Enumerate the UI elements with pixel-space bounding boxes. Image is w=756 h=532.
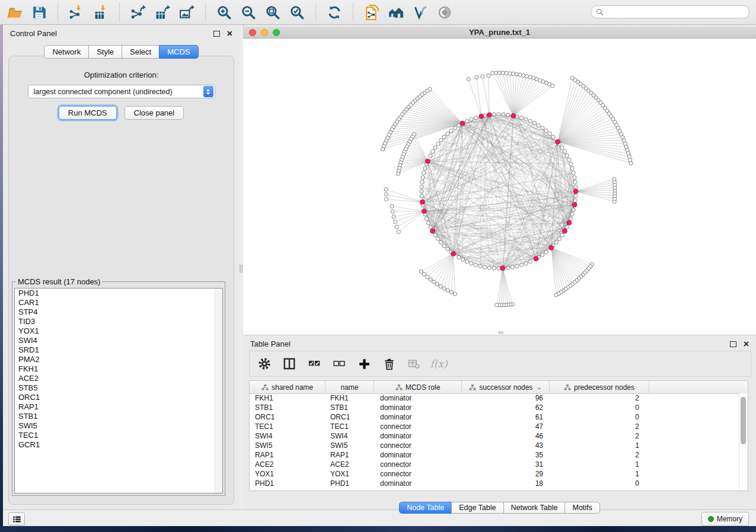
cell-MCDS-role[interactable]: dominator [374,479,462,488]
cell-successor-nodes[interactable]: 46 [462,432,550,440]
zoom-in-icon[interactable] [216,4,232,21]
cell-predecessor-nodes[interactable]: 0 [550,479,649,488]
network-node[interactable] [397,172,400,175]
network-node[interactable] [449,129,453,133]
network-node[interactable] [483,265,487,269]
float-panel-icon[interactable] [213,31,220,37]
tab-select[interactable]: Select [122,45,160,59]
network-node[interactable] [501,71,505,75]
network-node[interactable] [431,150,435,153]
network-node[interactable] [422,171,426,175]
network-node[interactable] [465,119,469,123]
cell-shared-name[interactable]: SWI5 [250,441,326,450]
search-input[interactable] [591,5,749,18]
cell-predecessor-nodes[interactable]: 2 [550,422,649,431]
network-node[interactable] [474,263,477,267]
network-node[interactable] [525,75,528,78]
horizontal-splitter[interactable] [243,331,756,335]
network-node[interactable] [573,180,577,184]
network-node[interactable] [426,221,430,225]
network-node[interactable] [554,293,558,297]
network-node[interactable] [422,273,426,276]
mcds-result-item[interactable]: SRD1 [15,345,222,355]
network-node[interactable] [570,213,574,216]
cell-successor-nodes[interactable]: 43 [462,441,550,450]
network-node[interactable] [518,73,522,76]
network-node[interactable] [541,253,544,257]
open-file-icon[interactable] [7,4,23,21]
network-node[interactable] [384,197,388,201]
network-node[interactable] [492,113,496,116]
network-node[interactable] [528,119,532,123]
network-node[interactable] [548,132,551,136]
network-node[interactable] [470,117,473,121]
cell-shared-name[interactable]: FKH1 [250,394,326,402]
network-canvas[interactable] [243,39,756,331]
settings-icon[interactable] [257,356,272,371]
save-icon[interactable] [31,4,47,21]
mcds-list-scrollbar[interactable] [215,289,222,493]
network-node[interactable] [392,215,395,219]
network-node[interactable] [613,177,616,181]
cell-MCDS-role[interactable]: connector [374,460,462,469]
network-node[interactable] [565,154,569,158]
cell-name[interactable]: YOX1 [326,470,374,478]
network-node[interactable] [474,116,477,120]
network-node[interactable] [497,267,500,270]
network-node[interactable] [439,139,443,142]
network-node[interactable] [397,230,400,233]
cell-name[interactable]: FKH1 [326,394,374,402]
network-node[interactable] [453,126,457,130]
mcds-result-item[interactable]: CAR1 [15,298,222,307]
cell-successor-nodes[interactable]: 96 [462,394,550,402]
table-row[interactable]: SWI5SWI5connector431 [250,441,739,450]
network-node[interactable] [470,262,473,265]
network-node[interactable] [505,71,508,75]
network-node[interactable] [551,135,555,139]
mcds-result-item[interactable]: TID3 [15,317,222,326]
cell-successor-nodes[interactable]: 18 [462,479,550,488]
mcds-node[interactable] [500,266,505,271]
network-node[interactable] [541,126,544,130]
run-mcds-button[interactable]: Run MCDS [59,106,117,120]
network-node[interactable] [560,233,564,237]
cell-predecessor-nodes[interactable]: 1 [550,470,649,478]
network-node[interactable] [554,241,558,244]
splitter-handle[interactable] [498,331,503,334]
network-node[interactable] [429,154,432,158]
cell-MCDS-role[interactable]: dominator [374,432,462,440]
table-row[interactable]: TEC1TEC1connector472 [250,422,739,431]
close-panel-icon[interactable]: × [744,341,749,348]
float-panel-icon[interactable] [730,341,736,347]
cell-predecessor-nodes[interactable]: 1 [550,460,649,469]
mcds-node[interactable] [572,203,577,207]
network-node[interactable] [511,72,515,75]
add-entry-icon[interactable] [356,356,372,371]
cell-predecessor-nodes[interactable]: 0 [550,413,649,421]
network-node[interactable] [426,275,429,278]
mcds-node[interactable] [562,229,567,233]
network-node[interactable] [524,262,528,265]
cell-shared-name[interactable]: ORC1 [250,413,326,421]
cell-MCDS-role[interactable]: dominator [374,394,462,402]
network-node[interactable] [457,255,461,259]
column-header-successor-nodes[interactable]: successor nodes⌄ [462,381,550,393]
network-node[interactable] [492,267,496,270]
network-node[interactable] [390,204,394,208]
network-node[interactable] [439,241,443,244]
network-node[interactable] [425,217,428,220]
network-node[interactable] [524,117,528,121]
toggle-columns-icon[interactable] [282,356,297,371]
cell-MCDS-role[interactable]: connector [374,422,462,431]
mcds-node[interactable] [422,209,426,214]
cell-successor-nodes[interactable]: 29 [462,470,550,478]
mcds-result-item[interactable]: TEC1 [15,431,222,440]
cell-name[interactable]: TEC1 [326,422,374,431]
network-node[interactable] [419,270,423,273]
mcds-result-item[interactable]: ORC1 [15,393,222,402]
cell-shared-name[interactable]: ACE2 [250,460,326,469]
network-node[interactable] [565,225,569,229]
cell-name[interactable]: STB1 [326,403,374,412]
mcds-result-item[interactable]: STP4 [15,307,222,317]
network-node[interactable] [442,244,446,248]
